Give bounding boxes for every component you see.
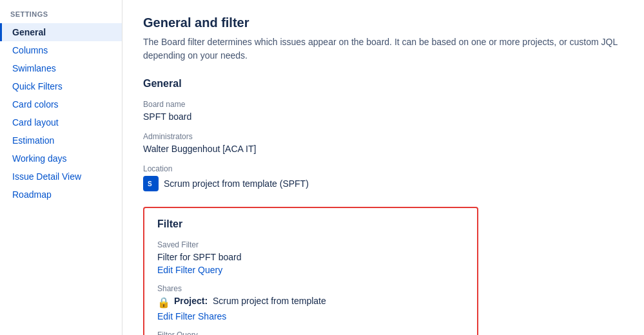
sidebar-item-general[interactable]: General (0, 23, 122, 41)
administrators-group: Administrators Walter Buggenhout [ACA IT… (143, 132, 623, 154)
location-value: Scrum project from template (SPFT) (164, 178, 309, 189)
location-row: S Scrum project from template (SPFT) (143, 176, 623, 191)
sidebar-item-card-layout[interactable]: Card layout (0, 113, 122, 131)
saved-filter-value: Filter for SPFT board (157, 252, 464, 262)
sidebar-item-swimlanes[interactable]: Swimlanes (0, 59, 122, 77)
main-content: General and filter The Board filter dete… (122, 0, 644, 335)
board-name-label: Board name (143, 100, 623, 109)
administrators-label: Administrators (143, 132, 623, 141)
location-label: Location (143, 164, 623, 173)
sidebar-item-working-days[interactable]: Working days (0, 149, 122, 168)
sidebar-item-estimation[interactable]: Estimation (0, 131, 122, 149)
edit-filter-query-link[interactable]: Edit Filter Query (157, 265, 222, 275)
page-description: The Board filter determines which issues… (143, 35, 623, 62)
board-name-group: Board name SPFT board (143, 100, 623, 122)
shares-project-value: Scrum project from template (213, 296, 326, 306)
svg-text:S: S (148, 180, 152, 187)
sidebar-item-card-colors[interactable]: Card colors (0, 95, 122, 113)
location-group: Location S Scrum project from template (… (143, 164, 623, 191)
shares-label: Shares (157, 284, 464, 293)
sidebar-item-columns[interactable]: Columns (0, 41, 122, 59)
lock-icon: 🔒 (157, 296, 170, 309)
sidebar-item-issue-detail-view[interactable]: Issue Detail View (0, 168, 122, 186)
general-section: General Board name SPFT board Administra… (143, 78, 623, 191)
filter-section: Filter Saved Filter Filter for SPFT boar… (143, 207, 478, 335)
saved-filter-label: Saved Filter (157, 240, 464, 249)
sidebar-item-quick-filters[interactable]: Quick Filters (0, 77, 122, 95)
shares-group: Shares 🔒 Project: Scrum project from tem… (157, 284, 464, 321)
edit-filter-shares-link[interactable]: Edit Filter Shares (157, 311, 226, 321)
filter-section-title: Filter (157, 218, 464, 230)
page-title: General and filter (143, 15, 623, 30)
board-name-value: SPFT board (143, 111, 623, 122)
sidebar: SETTINGS General Columns Swimlanes Quick… (0, 0, 122, 335)
shares-project-bold: Project: Scrum project from template (174, 296, 326, 306)
administrators-value: Walter Buggenhout [ACA IT] (143, 144, 623, 154)
filter-query-label: Filter Query (157, 330, 464, 335)
sidebar-settings-label: SETTINGS (0, 10, 122, 23)
location-icon: S (143, 176, 159, 191)
sidebar-item-roadmap[interactable]: Roadmap (0, 186, 122, 204)
filter-query-group: Filter Query project = SPFT ORDER BY Ran… (157, 330, 464, 335)
general-section-title: General (143, 78, 623, 90)
shares-row: 🔒 Project: Scrum project from template (157, 296, 464, 309)
saved-filter-group: Saved Filter Filter for SPFT board Edit … (157, 240, 464, 275)
